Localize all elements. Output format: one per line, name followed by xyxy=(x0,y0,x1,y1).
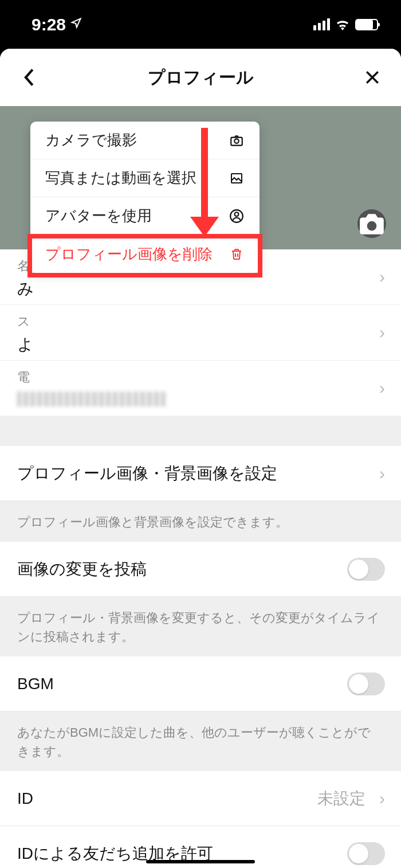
chevron-right-icon: › xyxy=(379,789,385,808)
id-row[interactable]: ID 未設定 › xyxy=(0,771,401,826)
wifi-icon xyxy=(336,19,349,30)
image-setting-desc: プロフィール画像と背景画像を設定できます。 xyxy=(0,501,401,542)
popup-avatar[interactable]: アバターを使用 xyxy=(30,197,260,235)
profile-fields: 名 み › ス よ › 電 › xyxy=(0,249,401,416)
chevron-right-icon: › xyxy=(379,267,385,287)
location-icon xyxy=(70,17,82,32)
home-indicator[interactable] xyxy=(146,860,255,863)
profile-sheet: プロフィール 名 み › ス よ › xyxy=(0,49,401,868)
svg-point-1 xyxy=(234,139,239,143)
post-change-row[interactable]: 画像の変更を投稿 xyxy=(0,542,401,597)
bgm-row[interactable]: BGM xyxy=(0,656,401,711)
trash-icon xyxy=(229,246,245,262)
close-button[interactable] xyxy=(361,66,384,89)
phone-row[interactable]: 電 › xyxy=(0,361,401,416)
image-setting-row[interactable]: プロフィール画像・背景画像を設定 › xyxy=(0,446,401,501)
back-button[interactable] xyxy=(17,66,40,89)
post-change-toggle[interactable] xyxy=(347,558,385,581)
svg-point-4 xyxy=(235,212,239,216)
status-bar: 9:28 xyxy=(0,0,401,49)
popup-delete[interactable]: プロフィール画像を削除 xyxy=(30,235,260,273)
id-friend-toggle[interactable] xyxy=(347,842,385,865)
photo-action-popup: カメラで撮影 写真または動画を選択 アバターを使用 プロフィール画像を削除 xyxy=(30,122,260,273)
id-value: 未設定 xyxy=(317,788,365,810)
bgm-desc: あなたがBGMに設定した曲を、他のユーザーが聴くことができます。 xyxy=(0,711,401,771)
page-title: プロフィール xyxy=(148,66,254,89)
image-icon xyxy=(229,170,245,186)
chevron-right-icon: › xyxy=(379,464,385,483)
chevron-right-icon: › xyxy=(379,323,385,342)
bgm-toggle[interactable] xyxy=(347,672,385,695)
camera-icon xyxy=(229,132,245,148)
status-row[interactable]: ス よ › xyxy=(0,305,401,361)
chevron-right-icon: › xyxy=(379,378,385,398)
person-circle-icon xyxy=(229,208,245,224)
status-time: 9:28 xyxy=(32,15,66,34)
popup-camera[interactable]: カメラで撮影 xyxy=(30,122,260,159)
cover-camera-button[interactable] xyxy=(357,209,386,238)
signal-icon xyxy=(313,18,330,30)
navbar: プロフィール xyxy=(0,49,401,106)
battery-icon xyxy=(355,19,378,30)
post-change-desc: プロフィール・背景画像を変更すると、その変更がタイムラインに投稿されます。 xyxy=(0,597,401,656)
popup-select[interactable]: 写真または動画を選択 xyxy=(30,159,260,197)
